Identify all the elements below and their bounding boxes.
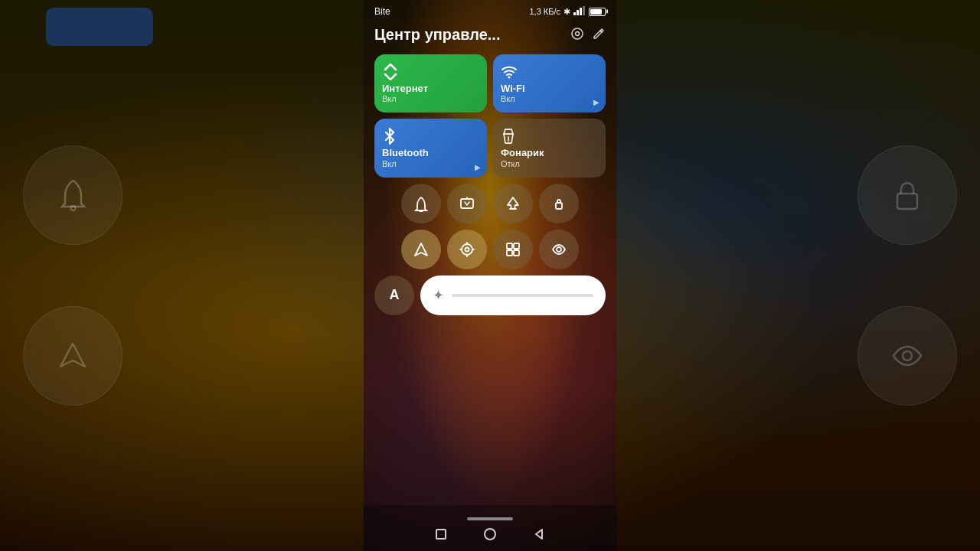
location-toggle[interactable] [401,230,441,269]
wifi-arrow: ▶ [593,98,599,106]
nav-square-icon [436,529,446,540]
svg-rect-5 [577,10,579,15]
bluetooth-label: Bluetooth [382,148,479,158]
nav-home-button[interactable] [481,525,499,543]
bluetooth-status-icon: ✱ [564,7,570,17]
nav-buttons [432,525,548,543]
nav-back-button[interactable] [530,525,548,543]
internet-toggle[interactable]: Интернет Вкл [374,54,487,112]
bg-eye-icon [858,306,957,406]
status-right: 1,3 КБ/с ✱ [529,6,606,17]
battery-icon [589,8,606,16]
svg-rect-22 [514,250,519,256]
header-icons [570,27,606,44]
font-size-label: A [390,287,400,303]
bluetooth-toggle[interactable]: Bluetooth Вкл ▶ [374,119,487,177]
flashlight-toggle[interactable]: Фонарик Откл [493,119,606,177]
bluetooth-arrow: ▶ [475,163,481,171]
bg-location-icon [23,306,122,406]
svg-point-3 [903,351,912,360]
svg-rect-2 [897,194,917,209]
svg-rect-15 [556,203,562,209]
svg-rect-12 [461,199,473,208]
airplane-toggle[interactable] [493,184,533,223]
wifi-label: Wi-Fi [501,83,598,94]
bottom-row: A ✦ [374,276,606,315]
battery-fill [590,9,602,15]
internet-icon [382,64,479,80]
expand-toggle[interactable] [493,230,533,269]
bg-bell-icon [23,145,122,245]
home-bar-area [364,505,616,551]
internet-label: Интернет [382,83,479,94]
control-center-title: Центр управле... [374,26,500,44]
control-center-header: Центр управле... [374,26,606,44]
lock-rotate-toggle[interactable] [539,184,579,223]
bell-toggle[interactable] [401,184,441,223]
svg-rect-7 [583,6,585,15]
phone-frame: Bite 1,3 КБ/с ✱ Центр управле... [364,0,616,551]
wifi-sublabel: Вкл [501,94,598,103]
nav-circle-icon [484,528,496,540]
home-indicator [467,517,513,520]
brightness-icon: ✦ [433,287,444,304]
font-size-toggle[interactable]: A [374,276,414,315]
wifi-toggle[interactable]: Wi-Fi Вкл ▶ [493,54,606,112]
data-speed: 1,3 КБ/с [529,7,560,16]
status-bar: Bite 1,3 КБ/с ✱ [364,0,616,20]
flashlight-label: Фонарик [501,148,598,158]
signal-icon [573,6,586,17]
nav-recents-button[interactable] [432,525,450,543]
svg-rect-20 [514,243,519,249]
svg-rect-21 [507,250,512,256]
svg-point-10 [508,77,511,79]
internet-sublabel: Вкл [382,94,479,103]
control-center-panel: Центр управле... [364,20,616,505]
svg-marker-24 [536,530,542,539]
svg-point-17 [462,244,472,255]
svg-rect-19 [507,243,512,249]
edit-icon[interactable] [592,27,606,44]
settings-icon[interactable] [570,27,584,44]
svg-point-23 [557,247,561,252]
flashlight-sublabel: Откл [501,159,598,168]
bg-icons-left [23,0,176,551]
svg-point-8 [572,28,583,39]
bg-icons-right [804,0,957,551]
wifi-icon [501,64,598,80]
bluetooth-sublabel: Вкл [382,159,479,168]
brightness-slider[interactable]: ✦ [420,276,606,315]
bg-lock-icon [858,145,957,245]
toggle-row-1: Интернет Вкл Wi-Fi Вкл ▶ [374,54,606,112]
svg-marker-1 [60,344,85,367]
toggle-row-2: Bluetooth Вкл ▶ Фонарик Откл [374,119,606,177]
icon-row-1 [374,184,606,223]
icon-row-2 [374,230,606,269]
screen-capture-toggle[interactable] [447,184,487,223]
brightness-track [452,294,593,297]
carrier-name: Bite [374,6,390,17]
svg-point-9 [576,31,580,35]
svg-marker-16 [415,243,427,256]
svg-rect-4 [573,12,576,15]
bluetooth-icon [382,128,479,145]
eye-toggle[interactable] [539,230,579,269]
svg-point-0 [70,206,75,210]
flashlight-icon [501,128,598,145]
rotate-lock-toggle[interactable] [447,230,487,269]
svg-point-18 [466,247,469,251]
svg-rect-6 [580,8,582,15]
